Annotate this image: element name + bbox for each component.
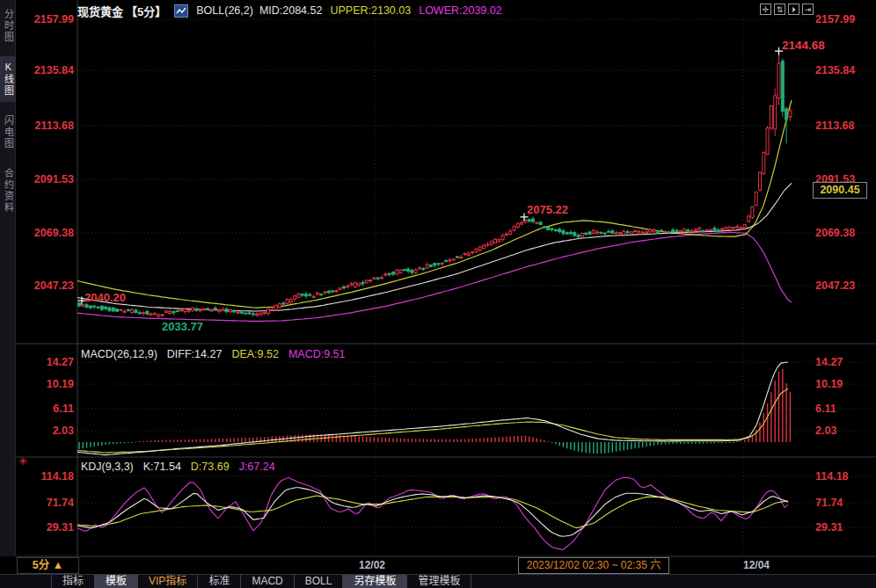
- kdj-j-value: J:67.24: [239, 461, 275, 473]
- chart-header: 现货黄金 【5分】 BOLL(26,2) MID:2084.52 UPPER:2…: [77, 3, 502, 18]
- kline-chart-icon: [174, 4, 188, 18]
- boll-lower-value: LOWER:2039.02: [419, 4, 502, 17]
- macd-axis-label: 2.03: [815, 425, 873, 437]
- kdj-axis-label: 29.31: [815, 521, 873, 534]
- left-sidebar: 分时图 K线图 闪电图 合约资料: [0, 0, 16, 556]
- bottom-tabbar: 指标 模板 VIP指标 标准 MACD BOLL 另存模板 管理模板: [0, 574, 876, 588]
- sidebar-item-contract-info[interactable]: 合约资料: [0, 163, 16, 219]
- kdj-axis-label: 71.74: [16, 497, 74, 509]
- price-axis-label: 2069.38: [815, 227, 873, 239]
- price-axis-label: 2135.84: [815, 64, 873, 76]
- macd-dea-value: DEA:9.52: [231, 348, 279, 360]
- tab-standard[interactable]: 标准: [198, 575, 241, 588]
- macd-indicator-label: MACD(26,12,9): [81, 348, 157, 360]
- kdj-k-value: K:71.54: [143, 461, 181, 473]
- chart-toolbar: ✛ ⇅ ⏵ ⇥: [760, 4, 814, 15]
- price-axis-label: 2047.23: [16, 279, 74, 292]
- sidebar-item-time-chart[interactable]: 分时图: [0, 4, 16, 48]
- macd-diff-value: DIFF:14.27: [167, 348, 223, 360]
- price-axis-label: 2047.23: [815, 279, 873, 292]
- sidebar-item-kline-chart[interactable]: K线图: [0, 56, 16, 102]
- kdj-header: KDJ(9,3,3) K:71.54 D:73.69 J:67.24: [81, 461, 275, 473]
- price-axis-label: 2157.99: [16, 13, 74, 25]
- period-selector[interactable]: 5分 ▲: [17, 557, 79, 574]
- boll-mid-value: MID:2084.52: [259, 4, 323, 17]
- kdj-axis-label: 114.18: [815, 470, 873, 483]
- tab-vip-indicators[interactable]: VIP指标: [138, 575, 198, 588]
- macd-macd-value: MACD:9.51: [288, 348, 346, 360]
- tab-save-template[interactable]: 另存模板: [343, 575, 407, 588]
- boll-indicator-label: BOLL(26,2): [196, 4, 253, 17]
- period-arrow-icon: ▲: [53, 559, 63, 571]
- chart-canvas[interactable]: [0, 0, 876, 588]
- price-axis-label: 2157.99: [815, 13, 873, 25]
- sidebar-item-lightning-chart[interactable]: 闪电图: [0, 110, 16, 155]
- price-axis-label: 2069.38: [16, 227, 74, 239]
- macd-axis-label: 10.19: [815, 378, 873, 390]
- tab-boll[interactable]: BOLL: [295, 575, 344, 588]
- tab-templates[interactable]: 模板: [95, 575, 138, 588]
- session-high-label: 2144.68: [782, 39, 825, 52]
- auto-scroll-icon[interactable]: ⏵: [788, 4, 799, 15]
- macd-axis-label: 14.27: [16, 356, 74, 368]
- price-axis-label: 2113.68: [16, 120, 74, 132]
- kdj-axis-label: 29.31: [16, 521, 74, 534]
- price-axis-label: 2113.68: [815, 120, 873, 132]
- tab-macd[interactable]: MACD: [241, 575, 294, 588]
- symbol-title: 现货黄金: [77, 3, 123, 19]
- trading-terminal: 分时图 K线图 闪电图 合约资料 现货黄金 【5分】 BOLL(26,2) MI…: [0, 0, 876, 588]
- first-price-label: 2040.20: [84, 291, 126, 304]
- tab-indicators[interactable]: 指标: [51, 575, 95, 588]
- x-axis-date-right: 12/04: [743, 559, 770, 571]
- page-forward-icon[interactable]: ⇥: [802, 4, 814, 15]
- kdj-indicator-label: KDJ(9,3,3): [81, 461, 134, 473]
- price-axis-label: 2091.53: [16, 173, 74, 185]
- local-high-label: 2075.22: [527, 203, 568, 216]
- macd-axis-label: 2.03: [16, 425, 74, 437]
- kdj-axis-label: 71.74: [815, 497, 873, 509]
- macd-axis-label: 14.27: [815, 356, 873, 368]
- macd-axis-label: 6.11: [16, 403, 74, 415]
- y-axis-scale-icon[interactable]: ⇅: [774, 4, 785, 15]
- kdj-d-value: D:73.69: [191, 461, 230, 473]
- x-axis-date-left: 12/02: [359, 559, 385, 571]
- tab-manage-template[interactable]: 管理模板: [407, 575, 471, 588]
- boll-upper-value: UPPER:2130.03: [330, 4, 411, 17]
- kdj-axis-label: 114.18: [16, 470, 74, 483]
- session-low-label: 2033.77: [162, 320, 203, 333]
- pan-icon[interactable]: ✛: [760, 4, 771, 15]
- macd-axis-label: 10.19: [16, 378, 74, 390]
- crosshair-time-tag: 2023/12/02 02:30 ~ 02:35 六: [518, 557, 669, 574]
- price-axis-label: 2135.84: [16, 64, 74, 76]
- indicator-settings-icon[interactable]: ✳: [18, 455, 27, 468]
- period-value: 5分: [33, 559, 49, 571]
- macd-axis-label: 6.11: [815, 403, 873, 415]
- latest-price-tag: 2090.45: [813, 182, 867, 199]
- macd-header: MACD(26,12,9) DIFF:14.27 DEA:9.52 MACD:9…: [81, 348, 346, 360]
- period-label: 【5分】: [126, 3, 166, 19]
